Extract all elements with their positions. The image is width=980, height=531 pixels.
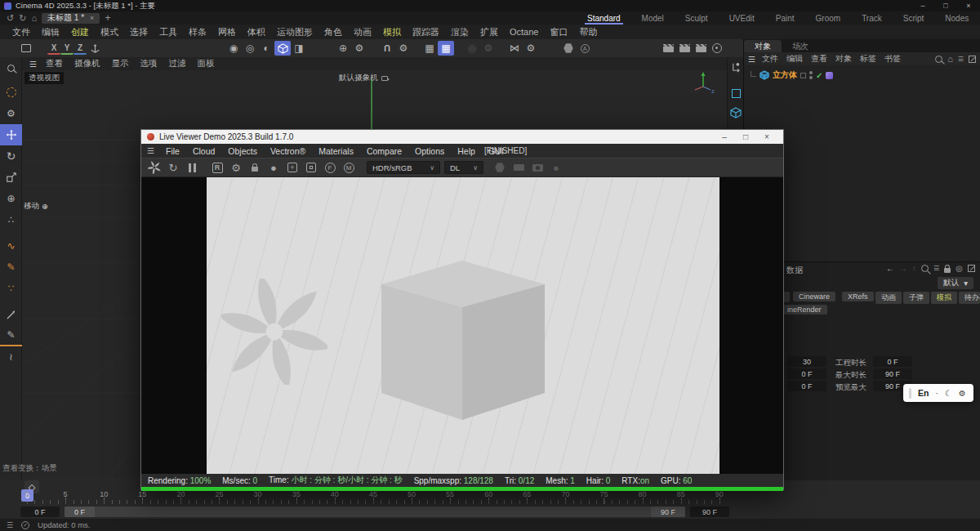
viewport-menu-camera[interactable]: 摄像机: [69, 58, 106, 69]
menu-help[interactable]: 帮助: [573, 26, 603, 38]
axis-x-toggle[interactable]: X: [47, 42, 60, 55]
preview-min-input[interactable]: 0 F: [787, 381, 826, 391]
axis-tool-icon[interactable]: ⊕: [335, 41, 351, 56]
attr-tab-todo[interactable]: 待办事项: [959, 292, 980, 304]
layout-tab-script[interactable]: Script: [893, 11, 935, 25]
spline-pen-tool[interactable]: ✎: [0, 257, 22, 278]
rotate-tool[interactable]: ↻: [0, 145, 22, 167]
range-slider[interactable]: 0 F 90 F: [65, 506, 685, 517]
layout-tab-paint[interactable]: Paint: [765, 11, 805, 25]
interactive-render-region-icon[interactable]: [709, 41, 725, 56]
attr-tab-cineware[interactable]: Cineware: [793, 292, 835, 301]
om-search-icon[interactable]: [935, 56, 942, 63]
om-menu-file[interactable]: 文件: [758, 53, 782, 65]
viewport-menu-display[interactable]: 显示: [105, 58, 134, 69]
material-picker-icon[interactable]: M: [341, 160, 356, 175]
lv-menu-objects[interactable]: Objects: [221, 146, 264, 156]
camera-label[interactable]: 默认摄象机: [339, 73, 388, 83]
pen-magnet-tool[interactable]: ✎: [0, 325, 22, 346]
document-tab[interactable]: 未标题 1 * ×: [42, 13, 100, 24]
render-view[interactable]: [141, 177, 783, 474]
coordinate-system-icon[interactable]: [87, 41, 103, 56]
menu-window[interactable]: 窗口: [544, 26, 573, 38]
lv-menu-materials[interactable]: Materials: [312, 146, 360, 156]
symmetry-settings-gear-icon[interactable]: ⚙: [523, 41, 539, 56]
tab-objects[interactable]: 对象: [744, 40, 782, 52]
night-mode-icon[interactable]: ☾: [945, 389, 952, 398]
texture-mode-icon[interactable]: ◨: [291, 41, 307, 56]
attr-tab-xrefs[interactable]: XRefs: [842, 292, 874, 301]
render-picture-viewer-button[interactable]: [676, 41, 693, 56]
om-filter-icon[interactable]: ☰: [958, 56, 964, 63]
modeling-mode-icon[interactable]: ◎: [464, 41, 480, 56]
menu-edit[interactable]: 编辑: [36, 26, 65, 38]
visibility-dots-icon[interactable]: [809, 71, 813, 79]
language-indicator[interactable]: En: [918, 388, 929, 398]
menu-mode[interactable]: 模式: [95, 26, 124, 38]
snap-toggle-icon[interactable]: U: [379, 41, 395, 56]
film-region-icon[interactable]: ●: [266, 160, 281, 175]
model-mode-icon[interactable]: [274, 41, 291, 56]
om-home-icon[interactable]: ⌂: [947, 54, 953, 64]
point-mode-icon[interactable]: ◉: [225, 41, 242, 56]
object-name[interactable]: 立方体: [773, 69, 797, 81]
scale-tool[interactable]: [0, 167, 22, 188]
menu-create[interactable]: 创建: [65, 26, 95, 38]
attr-search-icon[interactable]: [921, 265, 929, 272]
close-button[interactable]: ×: [957, 0, 980, 11]
layout-tab-standard[interactable]: Standard: [577, 11, 631, 25]
render-settings-button[interactable]: [693, 41, 709, 56]
attr-lock-icon[interactable]: [944, 268, 951, 273]
attr-forward-icon[interactable]: →: [899, 264, 907, 273]
menu-volume[interactable]: 体积: [242, 26, 271, 38]
layout-tab-sculpt[interactable]: Sculpt: [675, 11, 719, 25]
axis-settings-gear-icon[interactable]: ⚙: [351, 41, 368, 56]
layout-tab-track[interactable]: Track: [851, 11, 893, 25]
home-icon[interactable]: ⌂: [31, 14, 37, 22]
menu-animate[interactable]: 动画: [348, 26, 377, 38]
lv-minimize-button[interactable]: –: [714, 130, 735, 144]
menu-spline[interactable]: 样条: [183, 26, 212, 38]
enabled-check-icon[interactable]: ✓: [816, 71, 822, 80]
viewport-menu-view[interactable]: 查看: [40, 58, 69, 69]
lv-menu-file[interactable]: File: [159, 146, 186, 156]
spline-smooth-tool[interactable]: ∿: [0, 235, 22, 257]
pause-render-icon[interactable]: [185, 160, 199, 175]
langbar-drag-handle[interactable]: [909, 388, 911, 399]
live-selection-tool[interactable]: [0, 82, 22, 103]
om-menu-edit[interactable]: 编辑: [782, 53, 807, 65]
cube-primitive-icon[interactable]: [728, 103, 744, 123]
multi-axes-tool[interactable]: ∴: [0, 209, 22, 230]
region-add-icon[interactable]: +: [285, 160, 300, 175]
lock-resolution-icon[interactable]: [247, 160, 262, 175]
kernel-dropdown[interactable]: DL∨: [444, 161, 483, 174]
region-pick-icon[interactable]: [304, 160, 318, 175]
attr-tab-bullet[interactable]: 子弹: [903, 292, 929, 304]
ime-dot-icon[interactable]: ·: [935, 389, 938, 398]
viewport-menu-options[interactable]: 选项: [134, 58, 163, 69]
status-burger-icon[interactable]: ☰: [7, 521, 13, 529]
undo-icon[interactable]: ↺: [7, 14, 14, 22]
layout-tab-model[interactable]: Model: [631, 11, 675, 25]
attr-back-icon[interactable]: ←: [886, 264, 894, 273]
object-row-cube[interactable]: 立方体 ✓: [751, 69, 833, 81]
attr-record-icon[interactable]: ◎: [956, 264, 963, 273]
axis-gizmo[interactable]: z: [691, 69, 715, 93]
lv-close-button[interactable]: ×: [756, 130, 777, 144]
edge-mode-icon[interactable]: ◎: [242, 41, 258, 56]
tweak-tool[interactable]: ⚙: [0, 103, 22, 124]
render-settings-gear-icon[interactable]: ⚙: [229, 160, 243, 175]
range-start-handle[interactable]: 0 F: [65, 506, 95, 517]
phong-tag-icon[interactable]: [826, 72, 833, 79]
lv-maximize-button[interactable]: □: [735, 130, 756, 144]
octane-logo-icon[interactable]: [147, 160, 162, 175]
settings-gear-icon[interactable]: ⚙: [959, 389, 966, 398]
workplane-auto-icon[interactable]: A: [577, 41, 593, 56]
attr-tab-render-overflow[interactable]: ineRender: [782, 305, 827, 315]
viewport-burger-icon[interactable]: ☰: [26, 60, 40, 69]
lv-menu-compare[interactable]: Compare: [360, 146, 408, 156]
menu-render[interactable]: 渲染: [445, 26, 474, 38]
layout-tab-nodes[interactable]: Nodes: [934, 11, 979, 25]
attr-new-window-icon[interactable]: [968, 265, 975, 272]
asset-browser-icon[interactable]: [18, 41, 34, 56]
